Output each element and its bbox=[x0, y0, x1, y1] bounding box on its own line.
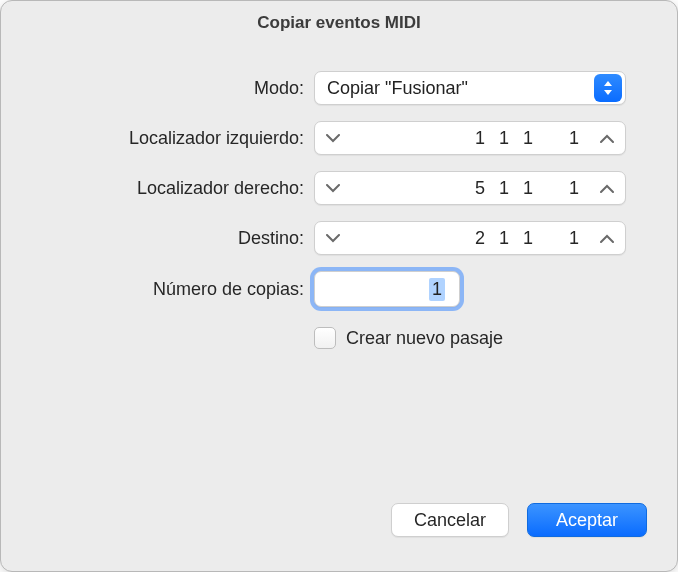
chevron-down-icon[interactable] bbox=[315, 172, 351, 204]
row-left-locator: Localizador izquierdo: 1 1 1 1 bbox=[29, 121, 649, 155]
mode-value: Copiar "Fusionar" bbox=[327, 78, 468, 99]
right-div[interactable]: 1 bbox=[523, 178, 533, 199]
right-locator-values[interactable]: 5 1 1 1 bbox=[351, 178, 589, 199]
mode-popup[interactable]: Copiar "Fusionar" bbox=[314, 71, 626, 105]
title-bar: Copiar eventos MIDI bbox=[1, 1, 677, 45]
chevron-down-icon[interactable] bbox=[315, 222, 351, 254]
cancel-button[interactable]: Cancelar bbox=[391, 503, 509, 537]
right-tick[interactable]: 1 bbox=[569, 178, 579, 199]
right-bar[interactable]: 5 bbox=[475, 178, 485, 199]
left-locator-values[interactable]: 1 1 1 1 bbox=[351, 128, 589, 149]
row-create-new-region: Crear nuevo pasaje bbox=[29, 323, 649, 349]
label-num-copies: Número de copias: bbox=[29, 279, 314, 300]
dest-div[interactable]: 1 bbox=[523, 228, 533, 249]
destination-stepper[interactable]: 2 1 1 1 bbox=[314, 221, 626, 255]
dest-beat[interactable]: 1 bbox=[499, 228, 509, 249]
chevron-up-icon[interactable] bbox=[589, 172, 625, 204]
left-bar[interactable]: 1 bbox=[475, 128, 485, 149]
chevron-down-icon[interactable] bbox=[315, 122, 351, 154]
cancel-label: Cancelar bbox=[414, 510, 486, 531]
num-copies-input[interactable]: 1 bbox=[314, 271, 460, 307]
left-locator-stepper[interactable]: 1 1 1 1 bbox=[314, 121, 626, 155]
label-destination: Destino: bbox=[29, 228, 314, 249]
chevron-up-icon[interactable] bbox=[589, 122, 625, 154]
create-new-region-label: Crear nuevo pasaje bbox=[346, 328, 503, 349]
dialog-content: Modo: Copiar "Fusionar" Localizador izqu… bbox=[1, 45, 677, 503]
row-num-copies: Número de copias: 1 bbox=[29, 271, 649, 307]
left-div[interactable]: 1 bbox=[523, 128, 533, 149]
right-beat[interactable]: 1 bbox=[499, 178, 509, 199]
row-destination: Destino: 2 1 1 1 bbox=[29, 221, 649, 255]
destination-values[interactable]: 2 1 1 1 bbox=[351, 228, 589, 249]
right-locator-stepper[interactable]: 5 1 1 1 bbox=[314, 171, 626, 205]
dest-tick[interactable]: 1 bbox=[569, 228, 579, 249]
num-copies-value: 1 bbox=[429, 278, 445, 301]
label-right-locator: Localizador derecho: bbox=[29, 178, 314, 199]
label-mode: Modo: bbox=[29, 78, 314, 99]
label-left-locator: Localizador izquierdo: bbox=[29, 128, 314, 149]
create-new-region-checkbox[interactable] bbox=[314, 327, 336, 349]
ok-label: Aceptar bbox=[556, 510, 618, 531]
window-title: Copiar eventos MIDI bbox=[257, 13, 420, 33]
left-beat[interactable]: 1 bbox=[499, 128, 509, 149]
popup-updown-icon bbox=[594, 74, 622, 102]
ok-button[interactable]: Aceptar bbox=[527, 503, 647, 537]
dialog-window: Copiar eventos MIDI Modo: Copiar "Fusion… bbox=[0, 0, 678, 572]
chevron-up-icon[interactable] bbox=[589, 222, 625, 254]
row-mode: Modo: Copiar "Fusionar" bbox=[29, 71, 649, 105]
dest-bar[interactable]: 2 bbox=[475, 228, 485, 249]
left-tick[interactable]: 1 bbox=[569, 128, 579, 149]
row-right-locator: Localizador derecho: 5 1 1 1 bbox=[29, 171, 649, 205]
dialog-footer: Cancelar Aceptar bbox=[1, 503, 677, 571]
